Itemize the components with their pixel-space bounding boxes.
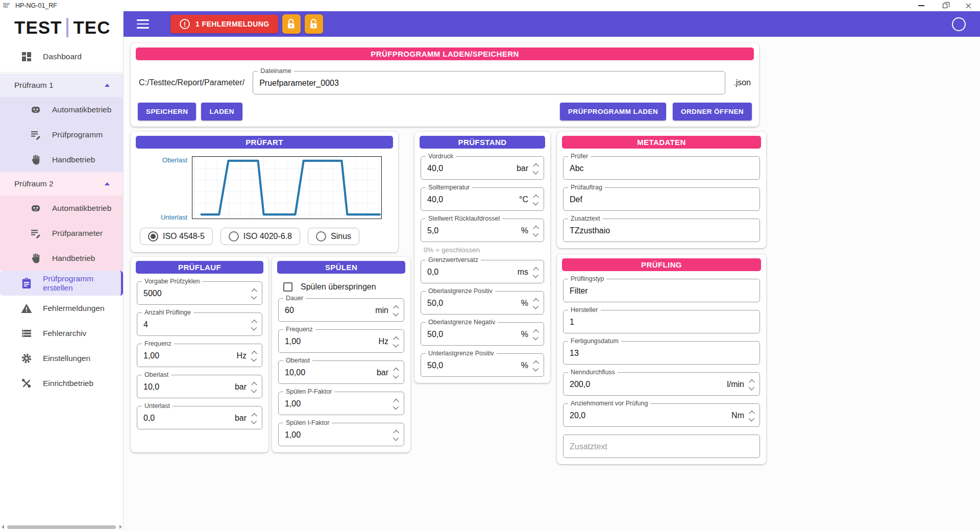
frequenz-input[interactable]: [143, 351, 233, 360]
oberlastgrenze-negativ-input[interactable]: [427, 330, 518, 339]
anzahl-prueflinge-input[interactable]: [143, 320, 252, 329]
zusatztext-metadaten-input[interactable]: [570, 226, 755, 235]
spinner[interactable]: [533, 195, 539, 205]
spinner-down-icon[interactable]: [394, 375, 399, 378]
spinner-up-icon[interactable]: [533, 226, 539, 229]
radio-iso-4548-5[interactable]: ISO 4548-5: [140, 228, 213, 245]
spinner[interactable]: [533, 360, 539, 371]
spinner[interactable]: [533, 163, 539, 174]
spuelen-frequenz-input[interactable]: [285, 337, 375, 346]
unterlast-input[interactable]: [143, 414, 232, 423]
solltemperatur-input[interactable]: [427, 195, 516, 204]
spinner[interactable]: [394, 430, 399, 441]
spinner[interactable]: [533, 329, 539, 340]
spinner[interactable]: [533, 226, 539, 236]
spinner-down-icon[interactable]: [252, 296, 257, 299]
spinner-down-icon[interactable]: [533, 305, 539, 309]
spinner-down-icon[interactable]: [749, 418, 755, 421]
spinner[interactable]: [252, 288, 257, 299]
spinner-up-icon[interactable]: [394, 399, 399, 402]
vorgabe-pruefzyklen-input[interactable]: [143, 289, 252, 298]
stellwert-ruecklaufdrossel-input[interactable]: [427, 226, 518, 235]
sidebar-item-automatikbetrieb-1[interactable]: Automatikbetrieb: [0, 97, 123, 122]
spinner[interactable]: [394, 336, 399, 347]
spinner-down-icon[interactable]: [394, 344, 399, 347]
sidebar-horizontal-scrollbar[interactable]: [0, 524, 123, 530]
lock-button-1[interactable]: [282, 14, 301, 34]
nenndurchfluss-input[interactable]: [570, 380, 724, 389]
spinner-down-icon[interactable]: [533, 274, 539, 278]
close-button[interactable]: [957, 0, 980, 11]
sidebar-item-handbetrieb-1[interactable]: Handbetrieb: [0, 147, 123, 172]
spinner-down-icon[interactable]: [252, 358, 257, 361]
grenzwertversatz-input[interactable]: [427, 268, 514, 277]
menu-icon[interactable]: [137, 19, 149, 29]
spinner-down-icon[interactable]: [533, 233, 539, 236]
sidebar-group-pruefraum-1[interactable]: Prüfraum 1: [0, 74, 123, 97]
scroll-right-icon[interactable]: [118, 524, 123, 529]
dauer-input[interactable]: [285, 306, 372, 315]
open-folder-button[interactable]: ORDNER ÖFFNEN: [673, 103, 752, 120]
oberlast-input[interactable]: [143, 382, 232, 392]
sidebar-item-pruefprogramm-erstellen[interactable]: Prüfprogramm erstellen: [0, 271, 123, 296]
status-circle-icon[interactable]: [952, 17, 966, 31]
sidebar-item-fehlermeldungen[interactable]: Fehlermeldungen: [0, 296, 123, 321]
spinner-up-icon[interactable]: [252, 288, 257, 292]
spinner-up-icon[interactable]: [533, 298, 539, 302]
hersteller-input[interactable]: [570, 318, 755, 327]
prueflingstyp-input[interactable]: [570, 286, 755, 296]
spinner-up-icon[interactable]: [252, 320, 257, 323]
scroll-left-icon[interactable]: [0, 524, 5, 529]
minimize-button[interactable]: [910, 0, 933, 11]
scrollbar-thumb[interactable]: [7, 525, 116, 529]
load-program-button[interactable]: PRÜFPROGRAMM LADEN: [560, 103, 666, 120]
radio-icon[interactable]: [148, 231, 158, 242]
restore-button[interactable]: [933, 0, 957, 11]
spinner-up-icon[interactable]: [533, 360, 539, 364]
spinner-down-icon[interactable]: [252, 389, 257, 393]
spinner-up-icon[interactable]: [749, 411, 755, 414]
load-button[interactable]: LADEN: [201, 103, 242, 120]
filename-input[interactable]: [259, 79, 720, 88]
spinner-up-icon[interactable]: [394, 368, 399, 371]
pruefer-input[interactable]: [570, 164, 755, 173]
spinner-down-icon[interactable]: [252, 420, 257, 424]
sidebar-group-pruefraum-2[interactable]: Prüfraum 2: [0, 172, 123, 196]
spinner[interactable]: [394, 399, 399, 409]
vordruck-input[interactable]: [427, 164, 513, 173]
checkbox-icon[interactable]: [283, 282, 292, 292]
spuelen-i-faktor-input[interactable]: [285, 430, 394, 440]
pruefauftrag-input[interactable]: [570, 195, 755, 204]
spinner[interactable]: [394, 305, 399, 316]
spinner[interactable]: [749, 411, 755, 421]
spinner[interactable]: [394, 368, 399, 378]
spinner-up-icon[interactable]: [533, 195, 539, 198]
spinner[interactable]: [252, 320, 257, 330]
oberlastgrenze-positiv-input[interactable]: [427, 299, 518, 308]
spinner-down-icon[interactable]: [749, 387, 755, 390]
save-button[interactable]: SPEICHERN: [138, 103, 196, 120]
spinner-down-icon[interactable]: [394, 437, 399, 441]
spinner[interactable]: [252, 351, 257, 361]
spinner[interactable]: [749, 379, 755, 390]
spinner[interactable]: [533, 267, 539, 278]
anziehmoment-input[interactable]: [570, 411, 728, 420]
spinner-down-icon[interactable]: [533, 368, 539, 371]
radio-icon[interactable]: [316, 231, 326, 242]
error-message-button[interactable]: ! 1 FEHLERMELDUNG: [170, 15, 278, 33]
spinner-down-icon[interactable]: [394, 312, 399, 316]
sidebar-item-handbetrieb-2[interactable]: Handbetrieb: [0, 246, 123, 271]
spinner-up-icon[interactable]: [394, 336, 399, 340]
spinner-down-icon[interactable]: [533, 336, 539, 340]
radio-sinus[interactable]: Sinus: [308, 228, 359, 245]
lock-button-2[interactable]: [305, 14, 323, 34]
spinner[interactable]: [533, 298, 539, 309]
zusatztext-pruefling-input[interactable]: [570, 442, 755, 451]
sidebar-item-fehlerarchiv[interactable]: Fehlerarchiv: [0, 321, 123, 346]
spinner-up-icon[interactable]: [394, 305, 399, 309]
unterlastgrenze-positiv-input[interactable]: [427, 361, 518, 370]
spinner[interactable]: [252, 382, 257, 393]
spinner-up-icon[interactable]: [749, 379, 755, 383]
spinner-up-icon[interactable]: [533, 163, 539, 167]
sidebar-item-einrichtbetrieb[interactable]: Einrichtbetrieb: [0, 371, 123, 396]
